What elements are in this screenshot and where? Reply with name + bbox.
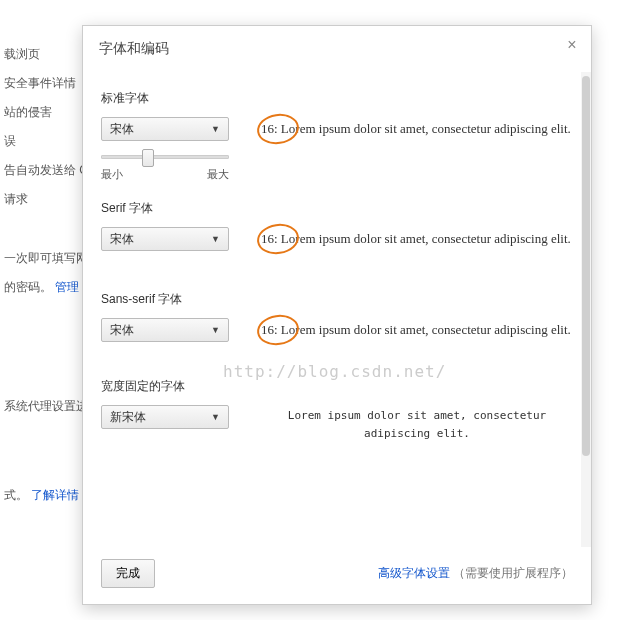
modal-footer: 完成 高级字体设置 （需要使用扩展程序）	[83, 547, 591, 604]
sans-serif-font-dropdown[interactable]: 宋体 ▼	[101, 318, 229, 342]
annotation-circle	[255, 312, 301, 348]
footer-note: （需要使用扩展程序）	[453, 566, 573, 580]
font-size-slider[interactable]: 最小 最大	[101, 155, 241, 182]
section-standard-font: 标准字体 宋体 ▼ 最小 最大	[101, 90, 573, 182]
slider-thumb[interactable]	[142, 149, 154, 167]
bg-item: 告自动发送给 G	[0, 156, 90, 185]
slider-max-label: 最大	[207, 167, 229, 182]
dropdown-value: 宋体	[110, 231, 134, 248]
font-settings-modal: 字体和编码 × 标准字体 宋体 ▼ 最小	[82, 25, 592, 605]
modal-body: 标准字体 宋体 ▼ 最小 最大	[83, 72, 591, 547]
bg-item: 系统代理设置进	[0, 392, 90, 421]
section-fixed-width-font: 宽度固定的字体 新宋体 ▼ Lorem ipsum dolor sit amet…	[101, 378, 573, 442]
scrollbar[interactable]	[581, 72, 591, 547]
bg-item: 站的侵害	[0, 98, 90, 127]
chevron-down-icon: ▼	[211, 124, 220, 134]
standard-font-preview: 16: Lorem ipsum dolor sit amet, consecte…	[261, 117, 573, 140]
chevron-down-icon: ▼	[211, 412, 220, 422]
bg-item: 一次即可填写网	[0, 244, 90, 273]
dropdown-value: 宋体	[110, 322, 134, 339]
fixed-width-font-preview: Lorem ipsum dolor sit amet, consectetur …	[261, 405, 573, 442]
slider-track	[101, 155, 229, 159]
annotation-circle	[255, 111, 301, 147]
bg-item: 误	[0, 127, 90, 156]
bg-item: 安全事件详情	[0, 69, 90, 98]
annotation-circle	[255, 221, 301, 257]
serif-font-preview: 16: Lorem ipsum dolor sit amet, consecte…	[261, 227, 573, 250]
section-title: Sans-serif 字体	[101, 291, 573, 308]
background-sidebar: 载浏页 安全事件详情 站的侵害 误 告自动发送给 G 请求 一次即可填写网 的密…	[0, 0, 90, 620]
bg-item: 载浏页	[0, 40, 90, 69]
serif-font-dropdown[interactable]: 宋体 ▼	[101, 227, 229, 251]
chevron-down-icon: ▼	[211, 325, 220, 335]
chevron-down-icon: ▼	[211, 234, 220, 244]
section-title: Serif 字体	[101, 200, 573, 217]
modal-header: 字体和编码 ×	[83, 26, 591, 72]
sans-serif-font-preview: 16: Lorem ipsum dolor sit amet, consecte…	[261, 318, 573, 341]
section-title: 宽度固定的字体	[101, 378, 573, 395]
footer-right: 高级字体设置 （需要使用扩展程序）	[378, 565, 573, 582]
bg-item: 请求	[0, 185, 90, 214]
modal-title: 字体和编码	[99, 40, 169, 56]
section-sans-serif-font: Sans-serif 字体 宋体 ▼ 16: Lorem ipsum dolor…	[101, 291, 573, 342]
bg-link[interactable]: 了解详情	[31, 488, 79, 502]
fixed-width-font-dropdown[interactable]: 新宋体 ▼	[101, 405, 229, 429]
advanced-font-settings-link[interactable]: 高级字体设置	[378, 566, 450, 580]
scrollbar-thumb[interactable]	[582, 76, 590, 456]
close-icon: ×	[567, 36, 576, 53]
standard-font-dropdown[interactable]: 宋体 ▼	[101, 117, 229, 141]
section-title: 标准字体	[101, 90, 573, 107]
done-button[interactable]: 完成	[101, 559, 155, 588]
bg-item: 的密码。 管理	[0, 273, 90, 302]
close-button[interactable]: ×	[563, 36, 581, 54]
dropdown-value: 新宋体	[110, 409, 146, 426]
bg-item: 式。 了解详情	[0, 481, 90, 510]
bg-link[interactable]: 管理	[55, 280, 79, 294]
slider-labels: 最小 最大	[101, 167, 229, 182]
slider-min-label: 最小	[101, 167, 123, 182]
section-serif-font: Serif 字体 宋体 ▼ 16: Lorem ipsum dolor sit …	[101, 200, 573, 251]
dropdown-value: 宋体	[110, 121, 134, 138]
